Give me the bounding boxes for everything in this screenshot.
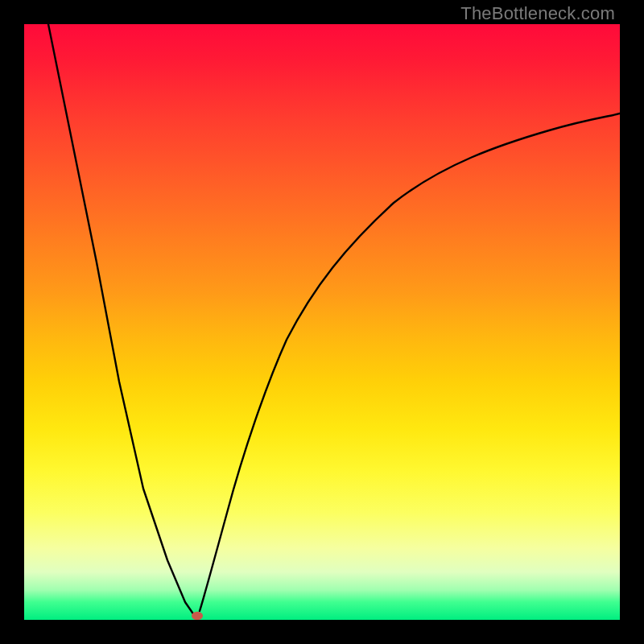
watermark-text: TheBottleneck.com: [460, 3, 615, 24]
chart-frame: [0, 0, 644, 644]
